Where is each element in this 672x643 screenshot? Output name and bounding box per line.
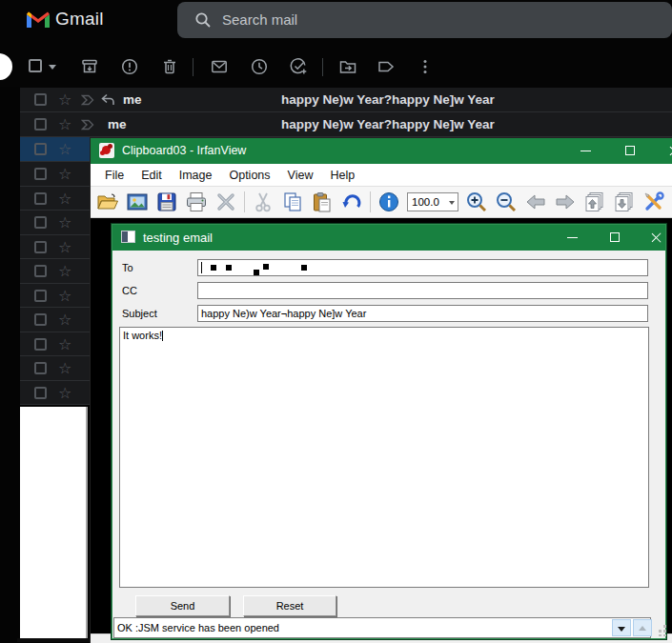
status-field[interactable]: OK :JSM service has been opened [113,617,651,638]
star-icon[interactable]: ☆ [58,383,71,404]
text-cursor [162,331,163,341]
info-icon[interactable] [377,191,400,213]
previous-image-icon[interactable] [524,191,547,213]
zoom-level-value: 100.0 [412,196,439,208]
maximize-button[interactable] [601,225,630,251]
thumbnails-icon[interactable] [126,191,149,213]
maximize-icon [610,232,620,242]
star-icon[interactable]: ☆ [58,114,71,135]
page-down-icon[interactable] [613,191,636,213]
row-checkbox[interactable] [34,168,47,180]
to-field[interactable] [197,259,648,276]
menu-view[interactable]: View [279,166,322,185]
menu-edit[interactable]: Edit [132,166,171,185]
search-placeholder: Search mail [222,11,297,28]
status-dropdown-button[interactable] [612,619,631,636]
gmail-action-bar [0,39,672,87]
subject-field[interactable]: happy Ne)w Year¬happy Ne]w Year [197,305,648,322]
star-icon[interactable]: ☆ [58,212,71,233]
row-checkbox[interactable] [34,216,47,229]
star-icon[interactable]: ☆ [58,310,71,331]
row-checkbox[interactable] [34,118,47,131]
message-body-field[interactable]: It works! [119,327,649,588]
archive-icon[interactable] [80,57,99,76]
menu-image[interactable]: Image [171,166,221,185]
star-icon[interactable]: ☆ [58,139,71,160]
reset-button[interactable]: Reset [243,595,336,616]
star-icon[interactable]: ☆ [58,164,71,185]
combobox-dropdown-icon[interactable] [449,201,455,205]
star-icon[interactable]: ☆ [58,237,71,258]
row-checkbox[interactable] [34,313,47,326]
dialog-titlebar[interactable]: testing email [112,225,665,251]
star-icon[interactable]: ☆ [58,286,71,307]
toolbar: 100.0 [91,187,672,218]
copy-icon[interactable] [281,191,304,213]
delete-icon[interactable] [160,57,179,76]
row-checkbox[interactable] [34,93,47,106]
zoom-in-icon[interactable] [465,191,488,213]
labels-icon[interactable] [377,57,396,76]
body-text: It works! [123,330,162,341]
menu-bar: File Edit Image Options View Help [91,164,672,187]
snooze-icon[interactable] [250,57,269,76]
row-checkbox[interactable] [34,143,47,155]
email-row[interactable]: ☆ me happy Ne)w Year?happy Ne]w Year [20,112,672,137]
star-icon[interactable]: ☆ [58,189,71,210]
status-up-button[interactable] [633,619,652,636]
move-to-icon[interactable] [338,57,357,76]
send-button[interactable]: Send [135,595,230,616]
zoom-out-icon[interactable] [495,191,518,213]
report-spam-icon[interactable] [120,57,139,76]
star-icon[interactable]: ☆ [58,90,71,111]
search-icon[interactable] [194,11,212,29]
close-button[interactable] [661,138,672,164]
menu-options[interactable]: Options [220,166,278,185]
importance-marker-icon[interactable] [81,93,96,107]
zoom-level-combobox[interactable]: 100.0 [407,192,458,211]
delete-icon[interactable] [214,191,237,213]
cut-icon[interactable] [252,191,275,213]
row-checkbox[interactable] [34,362,47,374]
menu-file[interactable]: File [96,166,132,185]
row-checkbox[interactable] [34,387,47,399]
star-icon[interactable]: ☆ [58,358,71,379]
settings-icon[interactable] [642,191,665,213]
row-checkbox[interactable] [34,290,47,302]
star-icon[interactable]: ☆ [58,261,71,282]
row-checkbox[interactable] [34,265,47,277]
page-up-icon[interactable] [583,191,606,213]
save-icon[interactable] [155,191,178,213]
row-checkbox[interactable] [34,192,47,205]
star-icon[interactable]: ☆ [58,334,71,355]
maximize-button[interactable] [617,138,645,164]
cc-field[interactable] [197,282,648,299]
minimize-button[interactable] [572,138,601,164]
avatar[interactable] [0,53,12,80]
email-row[interactable]: ☆ me happy Ne)w Year?happy Ne]w Year [20,88,672,112]
importance-marker-icon[interactable] [81,118,96,131]
menu-help[interactable]: Help [321,166,363,185]
resize-grip[interactable] [656,625,667,636]
next-image-icon[interactable] [554,191,577,213]
select-all-checkbox[interactable] [29,59,42,72]
search-input[interactable]: Search mail [177,2,672,38]
mark-as-read-icon[interactable] [210,57,229,76]
open-icon[interactable] [96,191,119,213]
minimize-button[interactable] [559,225,587,251]
subject-label: Subject [122,308,157,319]
chevron-down-icon [618,627,625,632]
undo-icon[interactable] [340,191,363,213]
irfanview-app-icon [99,143,114,158]
irfanview-titlebar[interactable]: Clipboard03 - IrfanView [91,138,672,164]
row-checkbox[interactable] [34,338,47,351]
paste-icon[interactable] [311,191,334,213]
add-to-tasks-icon[interactable] [289,57,308,76]
close-button[interactable] [642,225,671,251]
select-dropdown-icon[interactable] [49,65,56,70]
print-icon[interactable] [185,191,208,213]
toolbar-divider [193,58,193,76]
more-options-icon[interactable] [416,57,435,76]
window-title: Clipboard03 - IrfanView [122,144,246,157]
row-checkbox[interactable] [34,241,47,253]
